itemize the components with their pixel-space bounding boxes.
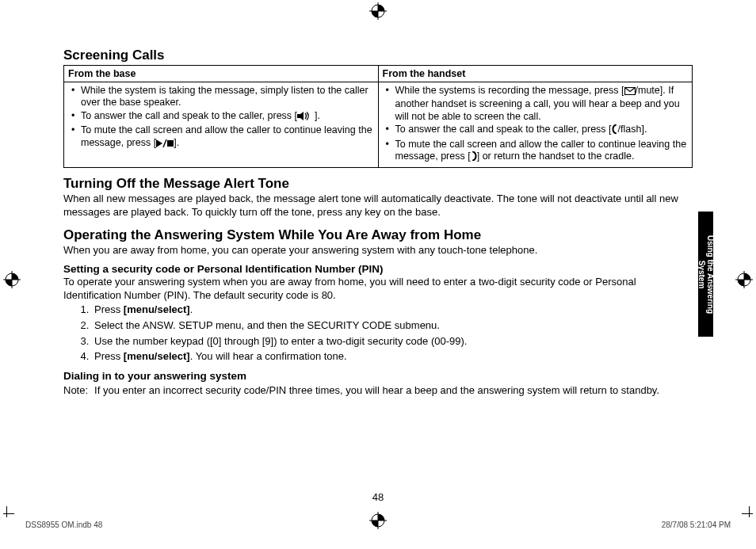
section-tab: Using the AnsweringSystem: [698, 212, 713, 337]
heading-turnoff: Turning Off the Message Alert Tone: [63, 176, 693, 192]
list-item: Select the ANSW. SETUP menu, and then th…: [92, 319, 693, 333]
print-footer: DSS8955 OM.indb 48 28/7/08 5:21:04 PM: [25, 520, 731, 529]
subheading-dialing: Dialing in to your answering system: [63, 370, 693, 382]
play-stop-key-icon: [156, 139, 174, 151]
section-tab-label: Using the AnsweringSystem: [697, 234, 714, 313]
talk-key-icon: [612, 124, 618, 137]
subheading-pin: Setting a security code or Personal Iden…: [63, 263, 693, 275]
note-label: Note:: [63, 384, 88, 398]
table-cell-handset: While the systems is recording the messa…: [378, 82, 693, 168]
list-item: To answer the call and speak to the call…: [81, 110, 374, 124]
list-item: To mute the call screen and allow the ca…: [81, 124, 374, 151]
end-key-icon: [471, 151, 477, 164]
note-text: If you enter an incorrect security code/…: [94, 384, 693, 398]
table-header-base: From the base: [64, 66, 379, 82]
footer-filename: DSS8955 OM.indb 48: [25, 520, 102, 529]
list-item: Use the number keypad ([0] through [9]) …: [92, 335, 693, 349]
paragraph: When all new messages are played back, t…: [63, 193, 693, 219]
screening-table: From the base From the handset While the…: [63, 65, 693, 168]
list-item: While the system is taking the message, …: [81, 85, 374, 109]
svg-line-15: [163, 139, 166, 147]
page-content: Screening Calls From the base From the h…: [0, 0, 756, 549]
heading-screening-calls: Screening Calls: [63, 48, 693, 63]
svg-marker-13: [300, 112, 304, 120]
list-item: Press [menu/select]. You will hear a con…: [92, 350, 693, 364]
list-item: To answer the call and speak to the call…: [395, 124, 689, 137]
paragraph: To operate your answering system when yo…: [63, 276, 693, 302]
list-item: While the systems is recording the messa…: [395, 85, 689, 123]
list-item: To mute the call screen and allow the ca…: [395, 139, 689, 165]
paragraph: When you are away from home, you can ope…: [63, 244, 693, 257]
envelope-key-icon: [624, 86, 636, 98]
steps-list: Press [menu/select]. Select the ANSW. SE…: [63, 303, 693, 364]
heading-operating: Operating the Answering System While You…: [63, 227, 693, 243]
footer-timestamp: 28/7/08 5:21:04 PM: [662, 520, 731, 529]
svg-rect-12: [297, 114, 300, 118]
note: Note: If you enter an incorrect security…: [63, 384, 693, 398]
table-header-handset: From the handset: [378, 66, 693, 82]
list-item: Press [menu/select].: [92, 303, 693, 317]
page-number: 48: [0, 491, 756, 503]
svg-rect-16: [167, 140, 174, 147]
table-cell-base: While the system is taking the message, …: [64, 82, 379, 168]
svg-marker-14: [156, 139, 162, 147]
speaker-key-icon: [297, 112, 315, 124]
